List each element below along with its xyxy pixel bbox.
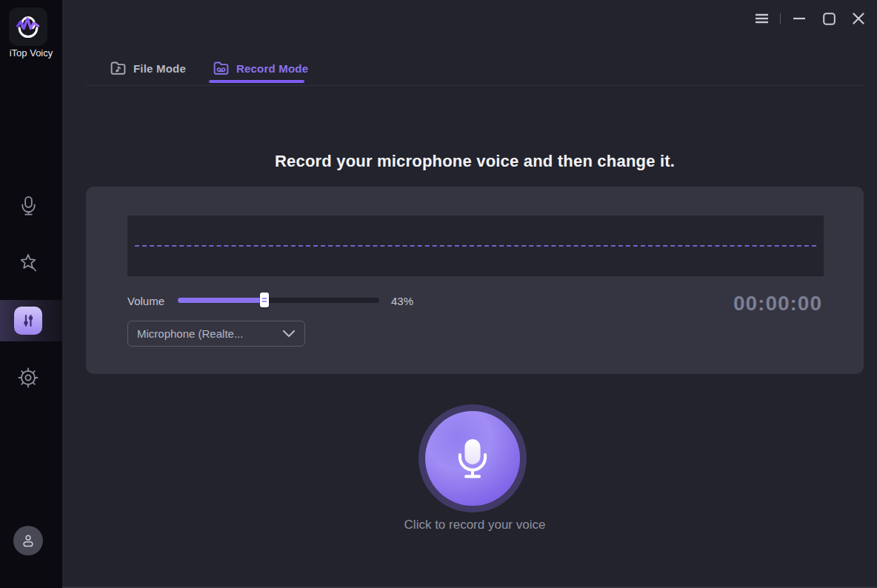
volume-slider[interactable] — [178, 298, 379, 303]
menu-icon — [755, 13, 769, 24]
sidebar-item-voice-changer[interactable] — [14, 307, 42, 335]
settings-gear-icon — [17, 367, 39, 389]
maximize-button[interactable] — [818, 8, 840, 29]
tabs-divider — [86, 85, 865, 86]
voice-changer-sliders-icon — [19, 312, 37, 330]
app-window: iTop Voicy — [0, 0, 877, 588]
microphone-icon — [19, 195, 39, 216]
tab-record-mode-label: Record Mode — [236, 62, 308, 75]
volume-slider-thumb[interactable] — [260, 293, 269, 307]
sidebar-item-voice-changer-active — [0, 300, 62, 341]
user-account-button[interactable] — [13, 526, 43, 555]
record-button[interactable] — [419, 404, 527, 512]
app-logo — [9, 7, 47, 46]
recorder-panel: Volume 43% 00:00:00 Microphone (Realte..… — [86, 187, 864, 374]
magic-wand-star-icon — [18, 253, 39, 274]
sidebar-item-microphone[interactable] — [13, 190, 43, 220]
waveform-display — [127, 216, 824, 276]
itop-voicy-logo-icon — [12, 10, 44, 43]
active-tab-underline — [209, 80, 304, 83]
microphone-select-value: Microphone (Realte... — [137, 327, 243, 340]
close-button[interactable] — [847, 8, 870, 29]
microphone-record-icon — [453, 436, 492, 481]
sidebar-item-voice-effects[interactable] — [13, 248, 43, 278]
close-icon — [853, 13, 864, 24]
app-name: iTop Voicy — [0, 47, 62, 59]
chevron-down-icon — [282, 330, 296, 338]
waveform-baseline — [135, 245, 816, 247]
tab-record-mode[interactable]: Record Mode — [213, 59, 308, 77]
volume-label: Volume — [127, 295, 164, 307]
sidebar-item-settings[interactable] — [13, 363, 43, 392]
tab-file-mode[interactable]: File Mode — [110, 59, 186, 77]
folder-music-note-icon — [110, 61, 127, 76]
sidebar: iTop Voicy — [0, 0, 62, 588]
minimize-icon — [793, 17, 805, 20]
volume-percent: 43% — [391, 295, 413, 307]
volume-slider-fill — [178, 298, 264, 303]
microphone-select[interactable]: Microphone (Realte... — [127, 321, 305, 347]
minimize-button[interactable] — [788, 8, 810, 29]
titlebar-divider — [780, 13, 781, 24]
titlebar-controls — [743, 8, 870, 29]
record-caption: Click to record your voice — [86, 518, 864, 532]
tab-file-mode-label: File Mode — [133, 62, 186, 75]
record-button-inner — [425, 411, 520, 506]
folder-voicemail-icon — [213, 61, 230, 76]
page-title: Record your microphone voice and then ch… — [86, 152, 864, 171]
recording-timer: 00:00:00 — [733, 292, 822, 315]
menu-button[interactable] — [750, 8, 773, 29]
user-icon — [20, 532, 36, 549]
maximize-icon — [823, 13, 836, 25]
